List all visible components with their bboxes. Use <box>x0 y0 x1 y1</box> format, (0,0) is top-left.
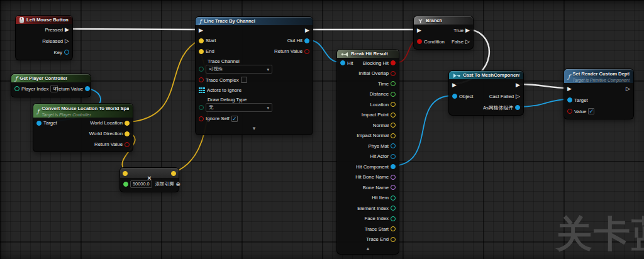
node-header[interactable]: Break Hit Result <box>337 50 399 58</box>
data-pin[interactable] <box>85 86 90 91</box>
pin-block: Draw Debug Type无▾ <box>196 95 313 113</box>
data-pin[interactable] <box>417 39 422 44</box>
pin-label: Location <box>370 102 389 107</box>
wire-exec <box>519 84 568 88</box>
array-pin[interactable] <box>199 87 205 93</box>
data-pin[interactable] <box>391 123 396 128</box>
data-pin[interactable] <box>340 60 345 65</box>
pin-label: Trace Complex <box>206 77 239 83</box>
data-pin[interactable] <box>391 237 396 242</box>
pin-label: Hit Item <box>372 195 389 201</box>
data-pin[interactable] <box>125 131 130 136</box>
data-pin[interactable] <box>567 109 572 114</box>
right-pin-group: Pressed▶ <box>45 27 69 33</box>
data-pin[interactable] <box>36 121 42 126</box>
node-header[interactable]: ƒGet Player Controller <box>11 74 91 82</box>
add-pin-icon[interactable]: ⊕ <box>175 182 180 187</box>
pin-label: Phys Mat <box>369 143 389 149</box>
node-title: Break Hit Result <box>351 50 388 58</box>
pin-row: Location <box>337 99 399 110</box>
pin-row: Impact Normal <box>337 131 399 141</box>
data-pin[interactable] <box>391 71 396 76</box>
data-pin[interactable] <box>391 164 396 169</box>
data-pin[interactable] <box>199 38 204 43</box>
checkbox[interactable]: ✓ <box>231 116 238 122</box>
node-header[interactable]: Cast To MeshComponent <box>449 71 523 79</box>
node-header[interactable]: Left Mouse Button <box>16 16 72 24</box>
pin-row: World Direction <box>33 128 133 139</box>
data-pin[interactable] <box>452 94 457 99</box>
data-pin[interactable] <box>391 216 396 221</box>
exec-pin[interactable]: ▶ <box>452 82 457 88</box>
data-pin[interactable] <box>391 226 396 231</box>
data-pin[interactable] <box>391 60 396 65</box>
exec-pin[interactable]: ▶ <box>65 27 69 33</box>
data-pin[interactable] <box>391 92 396 97</box>
pin-label: Value <box>574 109 586 114</box>
node-header[interactable]: Branch <box>414 16 473 25</box>
dropdown[interactable]: 可视性▾ <box>206 65 272 74</box>
pin-label: As网格体组件 <box>483 104 513 111</box>
data-pin[interactable] <box>391 196 396 201</box>
right-pin-group: ▶ <box>516 82 520 88</box>
data-pin[interactable] <box>125 121 130 126</box>
data-pin[interactable] <box>199 67 204 72</box>
data-pin[interactable] <box>391 113 396 118</box>
data-pin[interactable] <box>171 171 176 176</box>
data-pin[interactable] <box>391 143 396 148</box>
pin-label: World Direction <box>89 131 123 136</box>
data-pin[interactable] <box>199 77 204 82</box>
data-pin[interactable] <box>199 116 204 121</box>
pin-label: Return Value <box>274 48 303 54</box>
node-subtitle: Target is Primitive Component <box>572 77 630 83</box>
chevron-up-icon[interactable]: ▴ <box>337 245 399 252</box>
data-pin[interactable] <box>199 49 204 54</box>
left-pin-group: Condition <box>417 39 445 45</box>
node-header[interactable]: ƒSet Render Custom DepthTarget is Primit… <box>564 69 633 83</box>
data-pin[interactable] <box>391 175 396 180</box>
blueprint-graph-canvas[interactable]: 关卡蓝图 Left Mouse ButtonPressed▶Released▷K… <box>0 0 644 259</box>
data-pin[interactable] <box>567 97 572 102</box>
data-pin[interactable] <box>391 102 396 107</box>
data-pin[interactable] <box>64 50 69 55</box>
dropdown[interactable]: 无▾ <box>206 103 272 112</box>
pin-label: Return Value <box>55 86 83 92</box>
pin-row: ConditionFalse▷ <box>414 36 473 47</box>
data-pin[interactable] <box>391 154 396 159</box>
left-pin-group: Hit <box>340 60 353 66</box>
data-pin[interactable] <box>125 142 130 147</box>
exec-pin[interactable]: ▶ <box>465 28 470 33</box>
data-pin[interactable] <box>199 105 204 110</box>
data-pin[interactable] <box>123 171 128 176</box>
exec-pin[interactable]: ▶ <box>305 28 309 33</box>
exec-pin[interactable]: ▶ <box>516 82 520 88</box>
pin-row: Hit Actor <box>337 152 399 162</box>
data-pin[interactable] <box>14 86 19 91</box>
node-header[interactable]: ƒConvert Mouse Location To World SpaceTa… <box>33 104 133 118</box>
checkbox[interactable]: ✓ <box>588 108 594 114</box>
data-pin[interactable] <box>304 38 309 43</box>
node-header-text: Convert Mouse Location To World SpaceTar… <box>42 105 129 118</box>
data-pin[interactable] <box>304 49 309 54</box>
data-pin[interactable] <box>515 105 520 110</box>
data-pin[interactable] <box>123 182 128 187</box>
pin-label: End <box>206 48 214 54</box>
chevron-down-icon[interactable]: ▾ <box>196 124 313 133</box>
right-pin-group: Hit Bone Name <box>355 174 396 180</box>
data-pin[interactable] <box>391 133 396 138</box>
exec-pin[interactable]: ▷ <box>516 94 520 99</box>
right-pin-group: As网格体组件 <box>483 104 520 111</box>
exec-pin[interactable]: ▶ <box>199 28 203 33</box>
checkbox[interactable] <box>241 77 247 83</box>
pin-label: Impact Normal <box>357 133 389 138</box>
exec-pin[interactable]: ▷ <box>626 86 630 92</box>
data-pin[interactable] <box>391 206 396 211</box>
cast-to-meshcomponent-node: Cast To MeshComponent▶▶ObjectCast Failed… <box>448 70 524 116</box>
data-pin[interactable] <box>391 185 396 190</box>
node-header[interactable]: ƒLine Trace By Channel <box>196 17 313 25</box>
exec-pin[interactable]: ▷ <box>465 39 470 45</box>
exec-pin[interactable]: ▷ <box>65 38 69 44</box>
exec-pin[interactable]: ▶ <box>567 86 572 92</box>
data-pin[interactable] <box>391 81 396 86</box>
exec-pin[interactable]: ▶ <box>417 28 421 33</box>
